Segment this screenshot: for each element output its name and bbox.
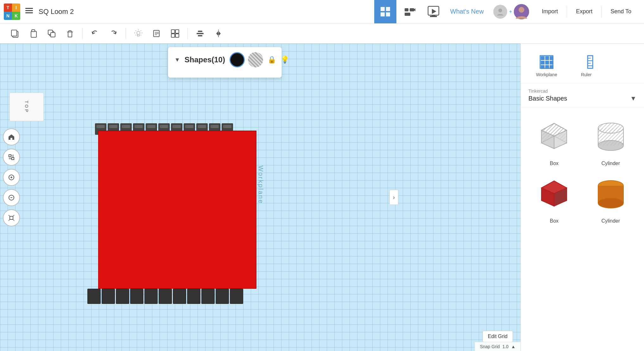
shape-label-box-solid: Box <box>550 218 559 224</box>
shape-thumb-cylinder-solid <box>589 171 633 216</box>
nav-btn-codeblocks[interactable] <box>398 0 420 23</box>
svg-point-17 <box>519 7 524 13</box>
group-button[interactable] <box>167 25 184 42</box>
canvas-area[interactable]: TOP <box>0 44 521 351</box>
svg-rect-51 <box>12 157 14 160</box>
workplane-label: Workplane <box>536 72 557 77</box>
align-button[interactable] <box>192 25 209 42</box>
shape-item-cylinder-solid[interactable]: Cylinder <box>585 171 637 224</box>
svg-rect-7 <box>405 8 408 11</box>
view-cube-label: TOP <box>24 101 29 114</box>
svg-rect-70 <box>545 61 549 65</box>
svg-marker-14 <box>432 9 436 14</box>
shape-label-cylinder-solid: Cylinder <box>601 218 620 224</box>
shape-item-box-hole[interactable]: Box <box>528 114 580 166</box>
nav-btn-grid[interactable] <box>374 0 396 23</box>
svg-point-15 <box>498 9 502 12</box>
duplicate-button[interactable] <box>43 25 60 42</box>
svg-line-30 <box>141 30 141 31</box>
svg-rect-21 <box>32 30 35 32</box>
library-select-arrow: ▼ <box>630 95 636 102</box>
bot-block <box>201 289 215 304</box>
zoom-in-button[interactable] <box>3 169 20 186</box>
svg-rect-13 <box>432 15 435 16</box>
canvas-object[interactable]: Workplane <box>60 93 275 298</box>
toolbar-separator-3 <box>187 28 188 39</box>
nav-icons <box>374 0 445 23</box>
delete-button[interactable] <box>61 25 79 42</box>
logo-i: I <box>12 3 20 12</box>
import-button[interactable]: Import <box>533 6 567 17</box>
bot-block <box>130 289 143 304</box>
mirror-button[interactable] <box>210 25 227 42</box>
user-avatar[interactable] <box>514 4 529 19</box>
home-view-button[interactable] <box>3 128 20 145</box>
shape-grid: Box <box>521 108 644 230</box>
note-button[interactable] <box>148 25 165 42</box>
svg-line-33 <box>136 30 136 31</box>
whats-new-button[interactable]: What's New <box>445 8 489 15</box>
svg-rect-24 <box>51 33 55 37</box>
workplane-label: Workplane <box>257 165 264 204</box>
main-area: TOP <box>0 44 644 351</box>
logo-ker: K <box>12 12 20 20</box>
bottom-components <box>85 289 269 306</box>
svg-rect-6 <box>386 12 390 16</box>
svg-rect-66 <box>541 56 545 60</box>
svg-rect-41 <box>175 30 179 33</box>
user-plus-icon: + <box>509 9 512 15</box>
shapes-popup-header: ▼ Shapes(10) 🔒 💡 <box>174 52 275 67</box>
shape-item-box-solid[interactable]: Box <box>528 171 580 224</box>
nav-btn-simulate[interactable] <box>422 0 445 23</box>
user-area[interactable]: + <box>489 4 533 19</box>
svg-rect-42 <box>171 34 175 37</box>
perspective-button[interactable] <box>3 209 20 226</box>
svg-rect-50 <box>9 155 11 157</box>
svg-rect-5 <box>381 12 385 16</box>
shape-thumb-box-solid <box>532 171 576 216</box>
paste-button[interactable] <box>25 25 42 42</box>
project-title[interactable]: SQ Loom 2 <box>39 8 374 16</box>
svg-line-63 <box>13 215 14 216</box>
logo-t: T <box>4 3 12 12</box>
bot-block <box>159 289 172 304</box>
svg-line-64 <box>9 219 10 221</box>
right-panel-top: Workplane Ruler <box>521 44 644 83</box>
collapse-panel-button[interactable]: › <box>389 190 398 205</box>
export-button[interactable]: Export <box>567 6 601 17</box>
light-button[interactable] <box>130 25 147 42</box>
copy-button[interactable] <box>6 25 23 42</box>
svg-point-28 <box>137 31 140 34</box>
edit-grid-button[interactable]: Edit Grid <box>483 331 513 342</box>
toolbar-separator-1 <box>82 28 83 39</box>
shapes-lock-icon[interactable]: 🔒 <box>268 56 276 64</box>
workplane-button[interactable]: Workplane <box>528 51 565 83</box>
red-base <box>98 131 256 289</box>
undo-button[interactable] <box>86 25 104 42</box>
svg-marker-49 <box>219 31 221 36</box>
send-to-button[interactable]: Send To <box>602 6 640 17</box>
library-select[interactable]: Basic Shapes ▼ <box>528 95 636 102</box>
redo-button[interactable] <box>105 25 122 42</box>
bot-block <box>187 289 200 304</box>
fit-view-button[interactable] <box>3 149 20 166</box>
svg-rect-19 <box>11 30 17 36</box>
snap-grid-chevron[interactable]: ▲ <box>511 344 515 349</box>
shapes-popup: ▼ Shapes(10) 🔒 💡 <box>168 47 282 78</box>
svg-rect-9 <box>405 13 410 16</box>
shape-item-cylinder-hole[interactable]: Cylinder <box>585 114 637 166</box>
svg-rect-67 <box>545 56 549 60</box>
shape-thumb-box-hole <box>532 114 576 158</box>
color-hole[interactable] <box>248 52 263 67</box>
tinkercad-logo[interactable]: T I N K <box>4 3 20 20</box>
library-name: Basic Shapes <box>528 95 567 102</box>
svg-rect-40 <box>171 30 175 33</box>
menu-icon[interactable] <box>25 6 34 17</box>
color-black[interactable] <box>230 52 245 67</box>
shapes-light-icon[interactable]: 💡 <box>281 56 289 64</box>
svg-point-89 <box>598 140 623 151</box>
ruler-button[interactable]: Ruler <box>571 51 602 83</box>
zoom-out-button[interactable] <box>3 189 20 206</box>
shapes-dropdown-icon[interactable]: ▼ <box>174 57 180 63</box>
svg-rect-44 <box>197 33 204 34</box>
